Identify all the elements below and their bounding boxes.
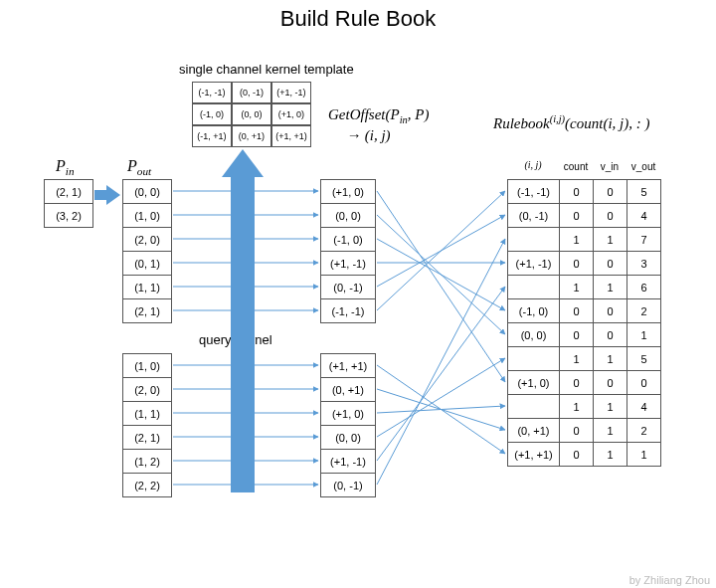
query-kernel-label: query Kernel bbox=[199, 332, 272, 347]
svg-line-16 bbox=[377, 215, 505, 287]
big-up-arrow-icon bbox=[222, 149, 264, 492]
rb-cell bbox=[507, 394, 560, 419]
svg-line-23 bbox=[377, 239, 505, 485]
pout-cell: (2, 2) bbox=[122, 473, 172, 497]
offset-cell: (+1, -1) bbox=[320, 251, 376, 276]
credit-text: by Zhiliang Zhou bbox=[629, 574, 710, 586]
rb-cell: 1 bbox=[559, 227, 594, 252]
pout-top-column: (0, 0) (1, 0) (2, 0) (0, 1) (1, 1) (2, 1… bbox=[122, 179, 171, 322]
offset-cell: (-1, -1) bbox=[320, 298, 376, 323]
offset-bot-column: (+1, +1) (0, +1) (+1, 0) (0, 0) (+1, -1)… bbox=[320, 353, 375, 496]
svg-line-17 bbox=[377, 191, 505, 310]
rb-cell: 0 bbox=[559, 322, 594, 347]
offset-cell: (+1, 0) bbox=[320, 179, 376, 204]
kernel-cell: (-1, -1) bbox=[192, 82, 232, 103]
rb-cell: 0 bbox=[559, 179, 594, 204]
rb-cell: 0 bbox=[559, 442, 594, 467]
pout-cell: (0, 0) bbox=[122, 179, 172, 204]
offset-cell: (+1, 0) bbox=[320, 401, 376, 426]
getoffset-label-1: GetOffset(Pin, P) bbox=[328, 106, 430, 125]
rb-cell: 1 bbox=[559, 346, 594, 371]
rb-cell: 1 bbox=[593, 227, 627, 252]
rb-hd-count: count bbox=[559, 161, 593, 172]
svg-line-20 bbox=[377, 406, 505, 413]
rb-cell: (0, 0) bbox=[507, 322, 560, 347]
kernel-cell: (0, -1) bbox=[232, 82, 271, 103]
pin-label: Pin bbox=[56, 157, 74, 177]
pout-cell: (1, 2) bbox=[122, 449, 172, 474]
rb-cell: 4 bbox=[626, 203, 661, 228]
rb-cell: 0 bbox=[593, 370, 627, 395]
kernel-grid: (-1, -1) (0, -1) (+1, -1) (-1, 0) (0, 0)… bbox=[192, 82, 311, 147]
rb-cell: 1 bbox=[593, 346, 627, 371]
rb-cell bbox=[507, 346, 560, 371]
pout-cell: (0, 1) bbox=[122, 251, 172, 276]
svg-line-12 bbox=[377, 191, 505, 382]
rb-cell: 2 bbox=[626, 418, 661, 443]
offset-cell: (0, 0) bbox=[320, 425, 376, 450]
rulebook-table: (-1, -1)005(0, -1)004117(+1, -1)003116(-… bbox=[507, 179, 660, 466]
svg-line-19 bbox=[377, 389, 505, 430]
kernel-cell: (0, +1) bbox=[232, 125, 271, 147]
rb-cell: 3 bbox=[626, 251, 661, 276]
pout-label: Pout bbox=[127, 157, 151, 177]
rb-cell: (0, -1) bbox=[507, 203, 560, 228]
pout-cell: (1, 1) bbox=[122, 275, 172, 299]
svg-line-18 bbox=[377, 365, 505, 454]
rb-hd-vin: v_in bbox=[593, 161, 626, 172]
pout-cell: (2, 0) bbox=[122, 227, 172, 252]
rb-cell: 2 bbox=[626, 298, 661, 323]
kernel-template-label: single channel kernel template bbox=[179, 62, 354, 77]
offset-cell: (-1, 0) bbox=[320, 227, 376, 252]
rb-cell: 1 bbox=[593, 418, 627, 443]
rb-cell: (+1, -1) bbox=[507, 251, 560, 276]
pout-cell: (2, 0) bbox=[122, 377, 172, 402]
offset-top-column: (+1, 0) (0, 0) (-1, 0) (+1, -1) (0, -1) … bbox=[320, 179, 375, 322]
pin-cell: (3, 2) bbox=[44, 203, 93, 228]
rb-cell: 0 bbox=[559, 370, 594, 395]
rb-cell bbox=[507, 227, 560, 252]
rb-cell: 0 bbox=[559, 203, 594, 228]
offset-cell: (0, -1) bbox=[320, 275, 376, 299]
rb-cell: (0, +1) bbox=[507, 418, 560, 443]
rb-cell: 0 bbox=[593, 203, 627, 228]
pout-cell: (2, 1) bbox=[122, 298, 172, 323]
rb-cell: 6 bbox=[626, 275, 661, 299]
kernel-cell: (+1, 0) bbox=[271, 103, 311, 125]
kernel-cell: (+1, -1) bbox=[271, 82, 311, 103]
svg-line-22 bbox=[377, 287, 505, 461]
rb-cell: 0 bbox=[559, 251, 594, 276]
offset-cell: (+1, -1) bbox=[320, 449, 376, 474]
rb-cell bbox=[507, 275, 560, 299]
rb-hd-ij: (i, j) bbox=[507, 159, 559, 170]
pout-cell: (2, 1) bbox=[122, 425, 172, 450]
rb-cell: 0 bbox=[626, 370, 661, 395]
pin-cell: (2, 1) bbox=[44, 179, 93, 204]
rb-cell: 1 bbox=[593, 394, 627, 419]
offset-cell: (+1, +1) bbox=[320, 353, 376, 378]
rulebook-label: Rulebook(i,j)(count(i, j), : ) bbox=[493, 113, 650, 132]
rb-cell: 0 bbox=[593, 322, 627, 347]
small-right-arrow-icon bbox=[94, 185, 120, 205]
rb-cell: 1 bbox=[626, 442, 661, 467]
pout-cell: (1, 0) bbox=[122, 353, 172, 378]
getoffset-label-2: → (i, j) bbox=[346, 127, 391, 144]
rb-cell: 5 bbox=[626, 346, 661, 371]
rb-cell: 1 bbox=[626, 322, 661, 347]
rb-cell: 1 bbox=[559, 275, 594, 299]
offset-cell: (0, +1) bbox=[320, 377, 376, 402]
offset-cell: (0, 0) bbox=[320, 203, 376, 228]
rb-cell: 4 bbox=[626, 394, 661, 419]
page-title: Build Rule Book bbox=[0, 6, 716, 32]
rb-cell: 0 bbox=[559, 418, 594, 443]
pout-cell: (1, 0) bbox=[122, 203, 172, 228]
rb-cell: 7 bbox=[626, 227, 661, 252]
kernel-cell: (-1, +1) bbox=[192, 125, 232, 147]
kernel-cell: (0, 0) bbox=[232, 103, 271, 125]
rb-cell: (+1, +1) bbox=[507, 442, 560, 467]
rb-cell: 1 bbox=[593, 442, 627, 467]
pout-bot-column: (1, 0) (2, 0) (1, 1) (2, 1) (1, 2) (2, 2… bbox=[122, 353, 171, 496]
kernel-cell: (+1, +1) bbox=[271, 125, 311, 147]
rb-cell: 0 bbox=[593, 179, 627, 204]
rb-cell: (-1, 0) bbox=[507, 298, 560, 323]
